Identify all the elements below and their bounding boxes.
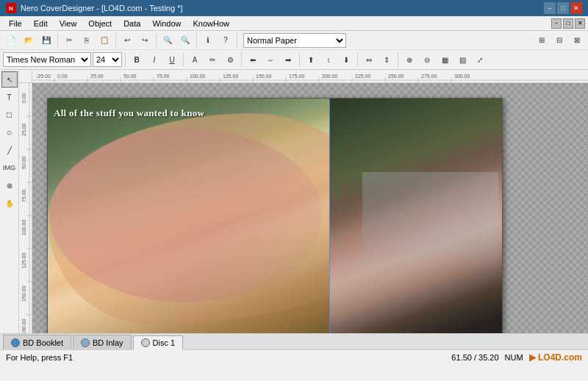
line-tool-button[interactable]: ╱ — [1, 142, 18, 158]
align-left-button[interactable]: ⬅ — [245, 51, 261, 68]
design-surface: All of the stuff you wanted to know — [47, 98, 503, 333]
paste-button[interactable]: 📋 — [96, 32, 112, 49]
image-tool-button[interactable]: IMG — [1, 160, 18, 176]
distribute-h-button[interactable]: ⇔ — [361, 51, 377, 68]
guide-line — [329, 99, 330, 333]
canvas-wrapper: -25.00 0.00 25.00 50.00 75.00 100.00 125… — [19, 70, 588, 333]
photo-layer-water — [362, 172, 498, 271]
svg-text:75.00: 75.00 — [21, 189, 26, 202]
svg-text:50.00: 50.00 — [123, 74, 137, 79]
align-right-button[interactable]: ➡ — [280, 51, 296, 68]
align-vmid-button[interactable]: ↕ — [320, 51, 337, 68]
tab-bd-inlay[interactable]: BD Inlay — [73, 335, 132, 349]
font-size-select[interactable]: 24 — [93, 52, 122, 67]
svg-text:50.00: 50.00 — [21, 156, 26, 169]
menu-view[interactable]: View — [54, 16, 83, 30]
canvas-area: -25.00 0.00 25.00 50.00 75.00 100.00 125… — [19, 70, 588, 333]
close-button[interactable]: ✕ — [570, 2, 582, 14]
svg-text:0.00: 0.00 — [57, 74, 68, 79]
mdi-minimize-button[interactable]: − — [551, 18, 562, 29]
pen-button[interactable]: ✏ — [204, 51, 220, 68]
title-controls: − □ ✕ — [544, 2, 582, 14]
menu-object[interactable]: Object — [82, 16, 118, 30]
italic-button[interactable]: I — [146, 51, 162, 68]
ruler-v-svg: 0.00 25.00 50.00 75.00 100.00 125.00 150… — [19, 83, 32, 333]
minimize-button[interactable]: − — [544, 2, 556, 14]
mode-display: NUM — [505, 353, 523, 362]
svg-text:275.00: 275.00 — [421, 74, 437, 79]
toolbar2: Times New Roman 24 B I U A ✏ ⚙ ⬅ ↔ ➡ ⬆ ↕… — [0, 50, 588, 69]
title-bar: N Nero CoverDesigner - [LO4D.com - Testi… — [0, 0, 588, 16]
separator-3 — [156, 33, 157, 48]
mdi-maximize-button[interactable]: □ — [563, 18, 573, 29]
status-bar: For Help, press F1 61.50 / 35.20 NUM ▶ L… — [0, 349, 588, 364]
zoom-in-button[interactable]: 🔍 — [159, 32, 176, 49]
cut-button[interactable]: ✂ — [61, 32, 77, 49]
tab-bd-booklet[interactable]: BD Booklet — [3, 335, 71, 349]
menu-knowhow[interactable]: KnowHow — [187, 16, 236, 30]
svg-text:0.00: 0.00 — [21, 93, 26, 103]
separator-f6 — [398, 52, 398, 67]
bold-button[interactable]: B — [129, 51, 145, 68]
separator-f3 — [241, 52, 242, 67]
toolbar-area: 📄 📂 💾 ✂ ⎘ 📋 ↩ ↪ 🔍 🔍 ℹ ? Normal Paper ⊞ ⊟… — [0, 31, 588, 70]
menu-file[interactable]: File — [3, 16, 28, 30]
maximize-button[interactable]: □ — [557, 2, 569, 14]
app-icon: N — [6, 3, 16, 13]
tab-disc-1[interactable]: Disc 1 — [133, 335, 184, 350]
status-left: For Help, press F1 — [6, 353, 73, 362]
align-top-button[interactable]: ⬆ — [303, 51, 319, 68]
font-color-button[interactable]: A — [187, 51, 203, 68]
font-name-select[interactable]: Times New Roman — [3, 52, 91, 67]
menu-data[interactable]: Data — [118, 16, 146, 30]
zoom-out-button[interactable]: 🔍 — [177, 32, 193, 49]
svg-text:100.00: 100.00 — [190, 74, 206, 79]
rect-tool-button[interactable]: □ — [1, 107, 18, 123]
svg-text:250.00: 250.00 — [388, 74, 404, 79]
photo-background: All of the stuff you wanted to know — [48, 99, 502, 333]
menu-edit[interactable]: Edit — [28, 16, 54, 30]
select-tool-button[interactable]: ↖ — [1, 71, 18, 88]
send-back-button[interactable]: ⊖ — [419, 51, 435, 68]
distribute-v-button[interactable]: ⇕ — [379, 51, 395, 68]
undo-button[interactable]: ↩ — [119, 32, 135, 49]
separator-1 — [57, 33, 58, 48]
svg-text:25.00: 25.00 — [90, 74, 104, 79]
svg-text:300.00: 300.00 — [454, 74, 470, 79]
view-btn-3[interactable]: ⊠ — [569, 32, 585, 49]
group-button[interactable]: ▦ — [437, 51, 453, 68]
ellipse-tool-button[interactable]: ○ — [1, 124, 18, 140]
save-button[interactable]: 💾 — [38, 32, 54, 49]
separator-2 — [115, 33, 116, 48]
text-tool-button[interactable]: T — [1, 89, 18, 105]
bring-front-button[interactable]: ⊕ — [401, 51, 417, 68]
open-button[interactable]: 📂 — [21, 32, 37, 49]
ruler-corner — [19, 70, 32, 83]
watermark-logo: ▶ LO4D.com — [529, 352, 582, 363]
bd-booklet-icon — [11, 338, 20, 347]
view-btn-1[interactable]: ⊞ — [534, 32, 550, 49]
left-toolbar: ↖ T □ ○ ╱ IMG ⊕ ✋ — [0, 70, 19, 333]
align-center-button[interactable]: ↔ — [262, 51, 279, 68]
vertical-ruler: 0.00 25.00 50.00 75.00 100.00 125.00 150… — [19, 83, 32, 333]
ungroup-button[interactable]: ▧ — [454, 51, 470, 68]
resize-button[interactable]: ⤢ — [472, 51, 488, 68]
paper-select[interactable]: Normal Paper — [243, 33, 346, 48]
menu-window[interactable]: Window — [146, 16, 187, 30]
info-button[interactable]: ℹ — [200, 32, 216, 49]
svg-text:200.00: 200.00 — [322, 74, 338, 79]
copy-button[interactable]: ⎘ — [79, 32, 95, 49]
view-btn-2[interactable]: ⊟ — [551, 32, 567, 49]
mdi-close-button[interactable]: ✕ — [575, 18, 585, 29]
separator-4 — [196, 33, 197, 48]
question-button[interactable]: ? — [218, 32, 234, 49]
hand-tool-button[interactable]: ✋ — [1, 195, 18, 211]
align-bottom-button[interactable]: ⬇ — [338, 51, 354, 68]
new-button[interactable]: 📄 — [3, 32, 19, 49]
zoom-tool-button[interactable]: ⊕ — [1, 177, 18, 193]
redo-button[interactable]: ↪ — [137, 32, 153, 49]
underline-button[interactable]: U — [164, 51, 180, 68]
format-button[interactable]: ⚙ — [222, 51, 238, 68]
drawing-canvas[interactable]: All of the stuff you wanted to know — [32, 83, 588, 333]
svg-text:150.00: 150.00 — [256, 74, 272, 79]
